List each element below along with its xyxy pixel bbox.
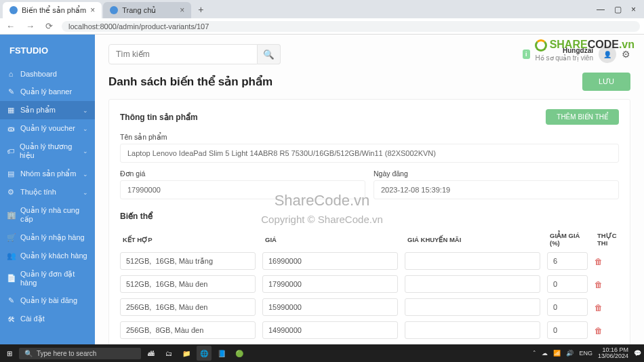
variant-promo-input[interactable] (405, 275, 540, 293)
user-icon: 👤 (603, 51, 611, 58)
variant-combo-input[interactable] (120, 298, 256, 316)
col-price-header: GIÁ (265, 236, 401, 243)
sidebar-item[interactable]: ✎Quản lý banner (0, 83, 95, 101)
taskbar-vscode-icon[interactable]: 📘 (214, 346, 229, 361)
sidebar-item[interactable]: 👥Quản lý khách hàng (0, 247, 95, 265)
card-title: Thông tin sản phẩm (120, 113, 198, 122)
trash-icon[interactable]: 🗑 (595, 303, 603, 313)
sidebar-item[interactable]: 🏢Quản lý nhà cung cấp (0, 201, 95, 228)
sidebar-item-label: Quản lý khách hàng (20, 252, 87, 260)
search-button[interactable]: 🔍 (258, 44, 281, 64)
sidebar-item[interactable]: 📄Quản lý đơn đặt hàng (0, 265, 95, 291)
trash-icon[interactable]: 🗑 (595, 326, 603, 336)
variant-promo-input[interactable] (405, 252, 540, 270)
taskbar-app-icon[interactable]: 🟢 (232, 346, 247, 361)
sidebar-item-label: Nhóm sản phẩm (20, 169, 76, 178)
taskbar-chrome-icon[interactable]: 🌐 (197, 346, 212, 361)
taskbar-search[interactable]: 🔍 Type here to search (19, 348, 141, 359)
reload-icon[interactable]: ⟳ (43, 21, 55, 31)
back-icon[interactable]: ← (4, 21, 17, 31)
variant-price-input[interactable] (262, 275, 398, 293)
tray-volume-icon[interactable]: 🔊 (566, 350, 573, 357)
tray-notification-icon[interactable]: 💬 (634, 350, 641, 357)
trash-icon[interactable]: 🗑 (595, 280, 603, 289)
sidebar-item[interactable]: ✎Quản lý bài đăng (0, 291, 95, 310)
sidebar-item[interactable]: 🛒Quản lý nhập hàng (0, 228, 95, 247)
variant-discount-input[interactable] (547, 252, 588, 270)
save-button[interactable]: LƯU (582, 73, 630, 91)
tray-wifi-icon[interactable]: 📶 (553, 350, 561, 357)
taskbar-app-icon[interactable]: 📁 (179, 346, 194, 361)
sidebar-item[interactable]: 🏷Quản lý thương hiệu⌄ (0, 138, 95, 165)
variant-price-input[interactable] (262, 298, 398, 316)
tab-active[interactable]: Biến thể sản phẩm × (3, 2, 102, 18)
browser-toolbar: ← → ⟳ localhost:8000/admin/product-varia… (0, 18, 644, 35)
variant-combo-input[interactable] (120, 321, 256, 339)
sidebar-item-label: Cài đặt (20, 315, 45, 323)
url-input[interactable]: localhost:8000/admin/product-variants/10… (62, 21, 640, 32)
col-action-header: THỰC THI (597, 232, 624, 247)
variants-header-row: KẾT HỢP GIÁ GIÁ KHUYẾN MÃI GIẢM GIÁ (%) … (120, 228, 619, 252)
sidebar-icon: ⌂ (7, 70, 15, 78)
product-info-card: Thông tin sản phẩm THÊM BIẾN THỂ Tên sản… (108, 99, 630, 344)
chevron-down-icon: ⌄ (83, 148, 88, 155)
sidebar-icon: ✎ (7, 296, 15, 305)
window-maximize-icon[interactable]: ▢ (614, 5, 622, 14)
product-name-value: Laptop Lenovo IdeaPad Slim 5 Light 14ABR… (120, 144, 619, 163)
trash-icon[interactable]: 🗑 (595, 257, 603, 266)
taskbar-app-icon[interactable]: 🗂 (161, 346, 176, 361)
tray-chevron-icon[interactable]: ˄ (533, 350, 536, 357)
tab-close-icon[interactable]: × (180, 5, 184, 15)
variant-discount-input[interactable] (547, 321, 588, 339)
user-role: Hồ sơ quản trị viên (536, 54, 593, 62)
variant-combo-input[interactable] (120, 252, 256, 270)
window-minimize-icon[interactable]: — (597, 5, 605, 14)
chevron-down-icon: ⌄ (83, 171, 88, 178)
variant-row: 🗑 (120, 298, 619, 316)
variant-row: 🗑 (120, 252, 619, 270)
variant-promo-input[interactable] (405, 298, 540, 316)
search-input[interactable] (108, 44, 258, 64)
sidebar-icon: 🏷 (7, 147, 14, 155)
variant-promo-input[interactable] (405, 321, 540, 339)
sidebar-item[interactable]: 🎟Quản lý voucher⌄ (0, 119, 95, 138)
sidebar-item[interactable]: ▦Sản phẩm⌄ (0, 101, 95, 119)
variant-combo-input[interactable] (120, 275, 256, 293)
start-button[interactable]: ⊞ (3, 346, 16, 360)
sidebar-item[interactable]: ⚙Thuộc tính⌄ (0, 183, 95, 201)
tab-inactive[interactable]: Trang chủ × (103, 2, 191, 18)
search-icon: 🔍 (24, 350, 33, 357)
sidebar-item[interactable]: ▤Nhóm sản phẩm⌄ (0, 165, 95, 183)
taskbar-search-placeholder: Type here to search (37, 350, 96, 357)
variant-row: 🗑 (120, 275, 619, 293)
sidebar-item[interactable]: ⌂Dashboard (0, 65, 95, 83)
sidebar-item[interactable]: 🛠Cài đặt (0, 310, 95, 328)
variant-price-input[interactable] (262, 252, 398, 270)
new-tab-button[interactable]: + (193, 4, 209, 15)
sidebar-icon: 🏢 (7, 211, 15, 220)
taskbar-clock[interactable]: 10:16 PM 13/06/2024 (598, 347, 628, 360)
tab-favicon (9, 6, 18, 14)
taskbar-app-icon[interactable]: 🏙 (144, 346, 159, 361)
chevron-down-icon: ⌄ (83, 189, 88, 196)
tray-lang-icon[interactable]: ENG (579, 350, 592, 357)
variant-row: 🗑 (120, 321, 619, 339)
col-discount-header: GIẢM GIÁ (%) (550, 232, 590, 247)
variant-price-input[interactable] (262, 321, 398, 339)
product-name-label: Tên sản phẩm (120, 133, 619, 141)
info-badge[interactable]: i (523, 49, 530, 59)
sidebar-icon: 📄 (7, 274, 15, 283)
sidebar-item-label: Quản lý banner (20, 87, 72, 96)
tray-cloud-icon[interactable]: ☁ (542, 350, 548, 357)
sidebar-icon: 🛒 (7, 233, 15, 242)
add-variant-button[interactable]: THÊM BIẾN THỂ (546, 109, 619, 125)
tab-favicon (110, 6, 118, 14)
col-promo-header: GIÁ KHUYẾN MÃI (407, 236, 543, 243)
variant-discount-input[interactable] (547, 298, 588, 316)
sidebar-item-label: Quản lý voucher (20, 124, 75, 133)
tab-close-icon[interactable]: × (90, 5, 95, 15)
window-close-icon[interactable]: × (631, 5, 636, 14)
variant-discount-input[interactable] (547, 275, 588, 293)
forward-icon[interactable]: → (24, 21, 37, 31)
sidebar-icon: ✎ (7, 87, 15, 96)
